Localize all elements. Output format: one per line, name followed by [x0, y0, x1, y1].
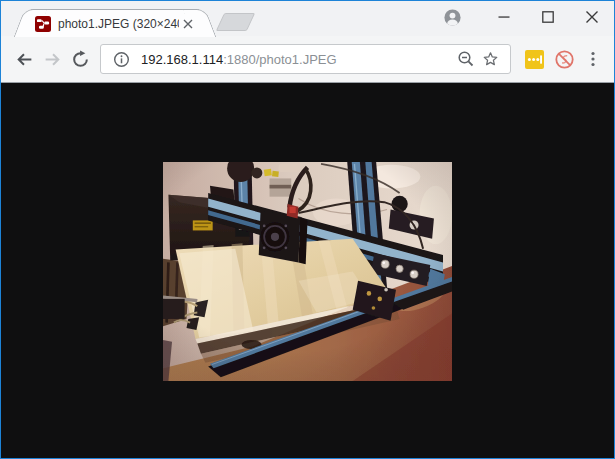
- url-host: 192.168.1.114: [141, 52, 223, 67]
- printer-photo: [163, 162, 452, 381]
- close-window-button[interactable]: [570, 2, 614, 32]
- address-bar[interactable]: 192.168.1.114:1880/photo1.JPEG: [100, 44, 511, 74]
- page-content: [1, 83, 614, 458]
- zoom-out-indicator-icon[interactable]: [454, 47, 478, 71]
- tab-strip: photo1.JPEG (320×240): [1, 1, 614, 36]
- window-controls: [438, 1, 614, 33]
- yellow-dots-extension-icon[interactable]: [521, 46, 547, 72]
- profile-avatar-icon[interactable]: [438, 2, 466, 32]
- node-red-favicon-icon: [35, 16, 51, 32]
- red-blocked-circle-extension-icon[interactable]: [551, 46, 577, 72]
- url-text: 192.168.1.114:1880/photo1.JPEG: [141, 52, 454, 67]
- new-tab-button[interactable]: [216, 13, 255, 31]
- browser-window: photo1.JPEG (320×240): [0, 0, 615, 459]
- tab-photo1[interactable]: photo1.JPEG (320×240): [31, 9, 199, 37]
- reload-button[interactable]: [66, 45, 94, 73]
- bookmark-star-icon[interactable]: [478, 47, 502, 71]
- tab-title: photo1.JPEG (320×240): [58, 17, 179, 31]
- browser-toolbar: 192.168.1.114:1880/photo1.JPEG: [1, 36, 614, 83]
- url-path: :1880/photo1.JPEG: [223, 52, 336, 67]
- back-button[interactable]: [10, 45, 38, 73]
- browser-menu-icon[interactable]: [581, 46, 605, 72]
- tab-close-icon[interactable]: [179, 15, 197, 33]
- minimize-button[interactable]: [482, 2, 526, 32]
- forward-button[interactable]: [38, 45, 66, 73]
- maximize-button[interactable]: [526, 2, 570, 32]
- page-info-icon[interactable]: [109, 47, 133, 71]
